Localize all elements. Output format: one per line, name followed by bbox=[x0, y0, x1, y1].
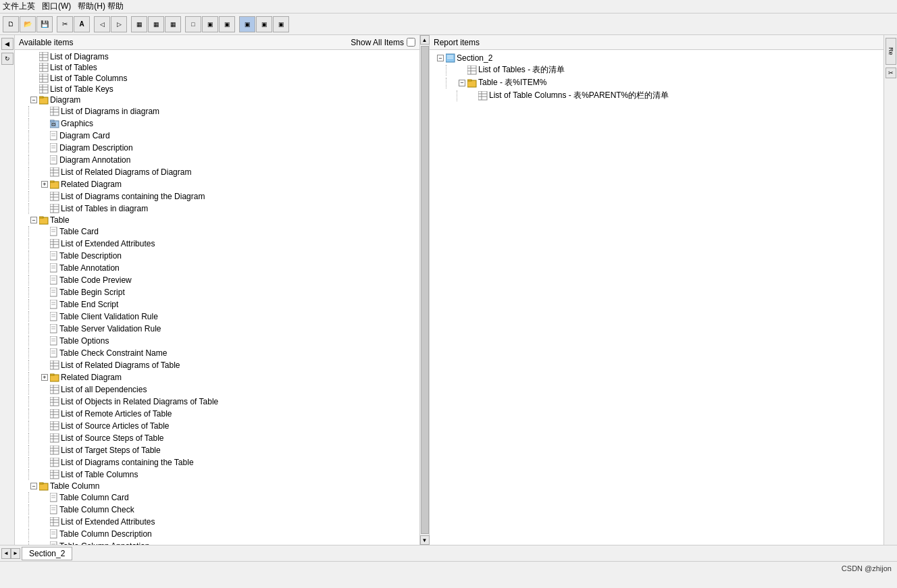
tree-item-list-all-deps[interactable]: List of all Dependencies bbox=[15, 383, 419, 396]
tree-item-diagram-annotation[interactable]: Diagram Annotation bbox=[15, 154, 419, 166]
tree-item-section2[interactable]: − Section_2 bbox=[432, 53, 881, 63]
doc-icon bbox=[50, 251, 58, 261]
toolbar-btn3[interactable]: ▦ bbox=[131, 16, 147, 32]
toolbar-btn4[interactable]: ▦ bbox=[148, 16, 164, 32]
tree-item-table-column-description[interactable]: Table Column Description bbox=[15, 528, 419, 540]
right-collapse-btn[interactable]: Re bbox=[886, 38, 896, 65]
menu-help[interactable]: 帮助(H) 帮助 bbox=[78, 1, 124, 12]
tree-item-table-column-card[interactable]: Table Column Card bbox=[15, 491, 419, 504]
tree-item-list-table-columns-2[interactable]: List of Table Columns bbox=[15, 469, 419, 481]
tree-item-list-table-columns[interactable]: List of Table Columns bbox=[15, 73, 419, 84]
tree-item-list-source-articles[interactable]: List of Source Articles of Table bbox=[15, 420, 419, 432]
tree-item-list-table-columns-cn[interactable]: List of Table Columns - 表%PARENT%的栏的清单 bbox=[432, 89, 881, 102]
tree-item-list-target-steps[interactable]: List of Target Steps of Table bbox=[15, 444, 419, 456]
toolbar-bold-btn[interactable]: A bbox=[74, 16, 90, 32]
tree-item-related-diagram-2[interactable]: + Related Diagram bbox=[15, 371, 419, 383]
related-diagram-2-expand-btn[interactable]: + bbox=[39, 374, 50, 381]
toolbar-btn7[interactable]: ▣ bbox=[202, 16, 218, 32]
toolbar: 🗋 📂 💾 ✂ A ◁ ▷ ▦ ▦ ▦ □ ▣ ▣ ▣ ▣ ▣ bbox=[0, 14, 897, 35]
toolbar-cut-btn[interactable]: ✂ bbox=[57, 16, 73, 32]
svg-rect-84 bbox=[50, 360, 59, 369]
tree-item-table-server-validation[interactable]: Table Server Validation Rule bbox=[15, 323, 419, 335]
tab-nav-next[interactable]: ► bbox=[11, 548, 20, 559]
tree-item-list-tables[interactable]: List of Tables bbox=[15, 62, 419, 73]
toolbar-save-btn[interactable]: 💾 bbox=[36, 16, 53, 32]
tree-item-list-table-keys[interactable]: List of Table Keys bbox=[15, 84, 419, 95]
scroll-thumb[interactable] bbox=[421, 46, 429, 534]
diagram-annotation-label: Diagram Annotation bbox=[59, 155, 130, 165]
tree-item-list-tables-cn[interactable]: List of Tables - 表的清单 bbox=[432, 63, 881, 76]
tree-item-table-begin-script[interactable]: Table Begin Script bbox=[15, 286, 419, 298]
tree-item-table-column-check[interactable]: Table Column Check bbox=[15, 504, 419, 516]
tree-item-list-diagrams[interactable]: List of Diagrams bbox=[15, 51, 419, 62]
table-expand-btn[interactable]: − bbox=[28, 217, 39, 223]
svg-text:🖼: 🖼 bbox=[51, 122, 56, 127]
tree-item-table-column-annotation[interactable]: Table Column Annotation bbox=[15, 540, 419, 545]
table-column-expand-btn[interactable]: − bbox=[28, 483, 39, 489]
table-item-expand-btn[interactable]: − bbox=[457, 80, 467, 86]
tree-item-table-code-preview[interactable]: Table Code Preview bbox=[15, 274, 419, 286]
section2-expand-btn[interactable]: − bbox=[435, 55, 446, 61]
tree-item-related-diagram[interactable]: + Related Diagram bbox=[15, 178, 419, 190]
list-tables-in-diagram-label: List of Tables in diagram bbox=[61, 204, 148, 213]
tree-item-list-extended-attrs[interactable]: List of Extended Attributes bbox=[15, 238, 419, 250]
toolbar-new-btn[interactable]: 🗋 bbox=[3, 16, 19, 32]
refresh-btn[interactable]: ↻ bbox=[1, 53, 14, 65]
related-diagram-2-label: Related Diagram bbox=[61, 373, 122, 382]
toolbar-btn9[interactable]: ▣ bbox=[239, 16, 255, 32]
tree-item-table-column[interactable]: − Table Column bbox=[15, 481, 419, 491]
table-card-label: Table Card bbox=[59, 227, 99, 236]
toolbar-btn11[interactable]: ▣ bbox=[273, 16, 289, 32]
tree-item-list-related-diagrams-table[interactable]: List of Related Diagrams of Table bbox=[15, 359, 419, 371]
tree-item-table-check-constraint-name[interactable]: Table Check Constraint Name bbox=[15, 347, 419, 359]
menu-window[interactable]: 图口(W) bbox=[42, 1, 71, 12]
tree-item-diagram-description[interactable]: Diagram Description bbox=[15, 142, 419, 154]
tree-item-table-annotation[interactable]: Table Annotation bbox=[15, 262, 419, 274]
collapse-btn[interactable]: ◀ bbox=[1, 38, 14, 50]
tree-item-list-related-diagrams[interactable]: List of Related Diagrams of Diagram bbox=[15, 166, 419, 178]
toolbar-btn8[interactable]: ▣ bbox=[219, 16, 235, 32]
show-all-label[interactable]: Show All Items bbox=[351, 38, 415, 47]
tab-nav-prev[interactable]: ◄ bbox=[1, 548, 11, 559]
toolbar-btn10[interactable]: ▣ bbox=[256, 16, 272, 32]
tree-item-list-remote-articles[interactable]: List of Remote Articles of Table bbox=[15, 408, 419, 420]
doc-icon bbox=[50, 324, 58, 333]
svg-rect-123 bbox=[39, 483, 43, 484]
tree-item-diagram[interactable]: − Diagram bbox=[15, 95, 419, 105]
right-tool-btn[interactable]: ✂ bbox=[886, 68, 896, 78]
tree-item-list-tables-in-diagram[interactable]: List of Tables in diagram bbox=[15, 203, 419, 215]
tree-item-table-card[interactable]: Table Card bbox=[15, 225, 419, 238]
tree-item-list-objects-related[interactable]: List of Objects in Related Diagrams of T… bbox=[15, 396, 419, 408]
tree-item-list-source-steps[interactable]: List of Source Steps of Table bbox=[15, 432, 419, 444]
doc-icon bbox=[50, 263, 58, 273]
tree-item-table-options[interactable]: Table Options bbox=[15, 335, 419, 347]
tree-item-list-diagrams-containing-table[interactable]: List of Diagrams containing the Table bbox=[15, 456, 419, 469]
tree-item-graphics[interactable]: 🖼 Graphics bbox=[15, 117, 419, 130]
tree-item-diagram-card[interactable]: Diagram Card bbox=[15, 130, 419, 142]
left-panel-header: Available items Show All Items bbox=[15, 35, 419, 50]
toolbar-btn2[interactable]: ▷ bbox=[111, 16, 127, 32]
folder-icon bbox=[39, 95, 49, 105]
doc-icon bbox=[50, 493, 58, 502]
tree-item-table-item[interactable]: − Table - 表%ITEM% bbox=[432, 76, 881, 89]
toolbar-btn1[interactable]: ◁ bbox=[94, 16, 110, 32]
toolbar-btn5[interactable]: ▦ bbox=[165, 16, 181, 32]
tree-item-table-description[interactable]: Table Description bbox=[15, 250, 419, 262]
tree-item-list-diagrams-containing[interactable]: List of Diagrams containing the Diagram bbox=[15, 190, 419, 203]
toolbar-open-btn[interactable]: 📂 bbox=[20, 16, 36, 32]
related-diagram-expand-btn[interactable]: + bbox=[39, 181, 50, 188]
tree-item-list-diagrams-in-diagram[interactable]: List of Diagrams in diagram bbox=[15, 105, 419, 117]
diagram-description-label: Diagram Description bbox=[59, 143, 133, 153]
tree-item-table[interactable]: − Table bbox=[15, 215, 419, 225]
menu-file[interactable]: 文件上英 bbox=[3, 1, 35, 12]
toolbar-btn6[interactable]: □ bbox=[185, 16, 201, 32]
tab-section2[interactable]: Section_2 bbox=[22, 547, 72, 560]
list-source-articles-label: List of Source Articles of Table bbox=[61, 421, 170, 431]
diagram-expand-btn[interactable]: − bbox=[28, 97, 39, 103]
scroll-up-btn[interactable]: ▲ bbox=[420, 35, 430, 45]
tree-item-list-extended-attrs-col[interactable]: List of Extended Attributes bbox=[15, 516, 419, 528]
show-all-checkbox[interactable] bbox=[407, 38, 415, 47]
scroll-down-btn[interactable]: ▼ bbox=[420, 535, 430, 545]
tree-item-table-client-validation[interactable]: Table Client Validation Rule bbox=[15, 311, 419, 323]
tree-item-table-end-script[interactable]: Table End Script bbox=[15, 298, 419, 311]
